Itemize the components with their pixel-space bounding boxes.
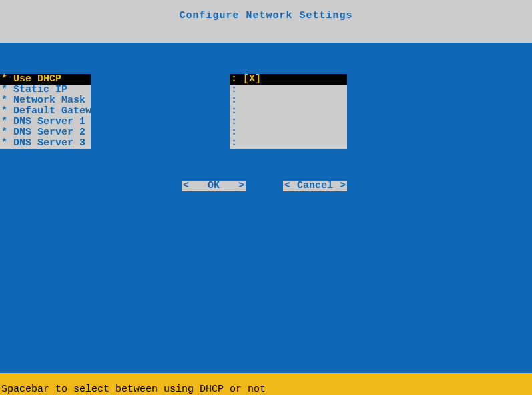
button-row: < OK > < Cancel > (182, 181, 347, 191)
chevron-right-icon: > (340, 181, 346, 191)
menu-item-use-dhcp[interactable]: * Use DHCP (0, 74, 91, 85)
bullet-icon: * (1, 84, 7, 95)
chevron-left-icon: < (284, 181, 290, 191)
chevron-right-icon: > (238, 181, 244, 191)
menu-item-label: DNS Server 3 (13, 137, 85, 149)
page-title: Configure Network Settings (179, 10, 352, 21)
cancel-button-label: Cancel (297, 180, 333, 191)
value-static-ip[interactable]: : (230, 85, 347, 95)
colon-icon: : (231, 116, 237, 127)
colon-icon: : (231, 127, 237, 138)
colon-icon: : (231, 84, 237, 95)
value-default-gateway[interactable]: : (230, 106, 347, 117)
menu-item-label: Use DHCP (13, 73, 61, 85)
value-dns-server-2[interactable]: : (230, 127, 347, 138)
menu-item-label: Static IP (13, 84, 67, 95)
value-network-mask[interactable]: : (230, 95, 347, 106)
ok-button[interactable]: < OK > (182, 181, 246, 191)
colon-icon: : (231, 137, 237, 149)
bullet-icon: * (1, 95, 7, 106)
bullet-icon: * (1, 127, 7, 138)
menu-labels-panel: * Use DHCP * Static IP * Network Mask * … (0, 74, 91, 149)
cancel-button[interactable]: < Cancel > (283, 181, 347, 191)
menu-item-dns-server-3[interactable]: * DNS Server 3 (0, 138, 91, 149)
colon-icon: : (231, 95, 237, 106)
chevron-left-icon: < (183, 181, 189, 191)
footer-hint: Spacebar to select between using DHCP or… (0, 373, 532, 395)
bullet-icon: * (1, 116, 7, 127)
value-dns-server-3[interactable]: : (230, 138, 347, 149)
bullet-icon: * (1, 73, 7, 85)
value-text: [X] (243, 73, 261, 85)
ok-button-label: OK (208, 180, 220, 191)
colon-icon: : (231, 105, 237, 117)
menu-item-default-gateway[interactable]: * Default Gateway (0, 106, 91, 117)
bullet-icon: * (1, 105, 7, 117)
bullet-icon: * (1, 137, 7, 149)
menu-item-label: Network Mask (13, 95, 85, 106)
value-use-dhcp[interactable]: : [X] (230, 74, 347, 85)
main-area: * Use DHCP * Static IP * Network Mask * … (0, 43, 532, 373)
value-dns-server-1[interactable]: : (230, 117, 347, 127)
menu-item-label: Default Gateway (13, 105, 103, 117)
menu-item-dns-server-2[interactable]: * DNS Server 2 (0, 127, 91, 138)
header: Configure Network Settings (0, 0, 532, 43)
colon-icon: : (231, 73, 237, 85)
menu-item-network-mask[interactable]: * Network Mask (0, 95, 91, 106)
menu-item-static-ip[interactable]: * Static IP (0, 85, 91, 95)
menu-item-label: DNS Server 1 (13, 116, 85, 127)
menu-item-label: DNS Server 2 (13, 127, 85, 138)
menu-item-dns-server-1[interactable]: * DNS Server 1 (0, 117, 91, 127)
footer-hint-text: Spacebar to select between using DHCP or… (1, 384, 266, 395)
menu-values-panel: : [X] : : : : : : (230, 74, 347, 149)
